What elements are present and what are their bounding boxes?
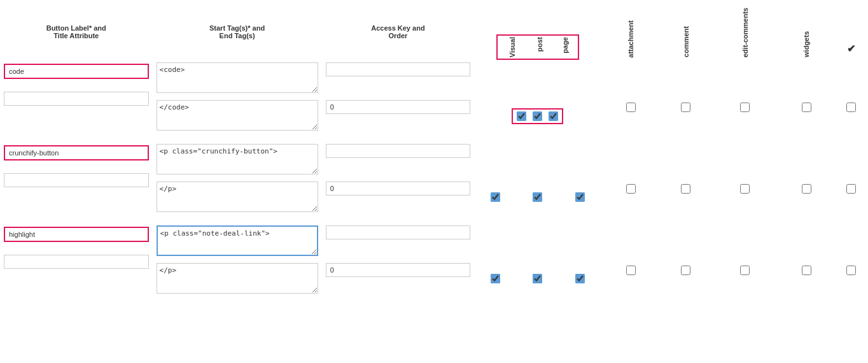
- attachment-checkbox-highlight[interactable]: [626, 266, 636, 275]
- end-tag-code[interactable]: </code>: [157, 100, 318, 131]
- col-widgets-header: widgets: [779, 6, 834, 60]
- end-tag-crunchify[interactable]: </p>: [157, 182, 318, 212]
- title-input-code[interactable]: [4, 92, 149, 106]
- start-tag-crunchify[interactable]: <p class="crunchify-button">: [157, 144, 318, 174]
- table-row: <code>: [0, 60, 868, 97]
- label-input-crunchify[interactable]: [4, 145, 149, 160]
- page-checkbox-highlight[interactable]: [575, 274, 585, 283]
- col-visual-post-page-group: Visual post page: [474, 6, 601, 60]
- col-post-header: post: [536, 37, 543, 52]
- comment-checkbox-highlight[interactable]: [681, 266, 690, 275]
- page-checkbox-code[interactable]: [549, 111, 558, 121]
- col-checkmark-header: ✔: [834, 6, 868, 60]
- col-tags-header: Start Tag(s)* and End Tag(s): [153, 6, 322, 60]
- post-checkbox-highlight[interactable]: [533, 274, 542, 283]
- start-tag-code[interactable]: <code>: [157, 62, 318, 93]
- order-highlight[interactable]: [326, 263, 471, 277]
- col-page-header: page: [561, 37, 569, 53]
- col-comment-header: comment: [661, 6, 711, 60]
- table-row: <p class="note-deal-link">: [0, 223, 868, 260]
- check-checkbox-highlight[interactable]: [846, 266, 856, 275]
- visual-checkbox-crunchify[interactable]: [491, 192, 500, 202]
- label-input-code[interactable]: [4, 64, 149, 79]
- col-visual-header: Visual: [508, 37, 516, 57]
- access-key-crunchify[interactable]: [326, 144, 471, 158]
- comment-checkbox-crunchify[interactable]: [681, 184, 690, 194]
- order-crunchify[interactable]: [326, 182, 471, 196]
- check-checkbox-code[interactable]: [846, 103, 856, 112]
- widgets-checkbox-code[interactable]: [802, 103, 811, 112]
- edit-checkbox-crunchify[interactable]: [740, 184, 750, 194]
- edit-checkbox-highlight[interactable]: [740, 266, 750, 275]
- title-input-highlight[interactable]: [4, 255, 149, 269]
- check-checkbox-crunchify[interactable]: [846, 184, 856, 194]
- label-input-highlight[interactable]: [4, 227, 149, 242]
- title-input-crunchify[interactable]: [4, 173, 149, 187]
- visual-checkbox-highlight[interactable]: [491, 274, 500, 283]
- page-checkbox-crunchify[interactable]: [575, 192, 585, 202]
- attachment-checkbox-code[interactable]: [626, 103, 636, 112]
- attachment-checkbox-crunchify[interactable]: [626, 184, 636, 194]
- table-row: <p class="crunchify-button">: [0, 141, 868, 179]
- edit-checkbox-code[interactable]: [740, 103, 750, 112]
- post-checkbox-crunchify[interactable]: [533, 192, 542, 202]
- widgets-checkbox-crunchify[interactable]: [802, 184, 811, 194]
- col-attachment-header: attachment: [601, 6, 661, 60]
- col-edit-header: edit-comments: [711, 6, 779, 60]
- widgets-checkbox-highlight[interactable]: [802, 266, 811, 275]
- access-key-code[interactable]: [326, 62, 471, 76]
- col-label-header: Button Label* and Title Attribute: [0, 6, 153, 60]
- visual-checkbox-code[interactable]: [517, 111, 526, 121]
- end-tag-highlight[interactable]: </p>: [157, 263, 318, 294]
- access-key-highlight[interactable]: [326, 225, 471, 239]
- comment-checkbox-code[interactable]: [681, 103, 690, 112]
- spacer-row: [0, 135, 868, 141]
- start-tag-highlight[interactable]: <p class="note-deal-link">: [157, 225, 318, 256]
- post-checkbox-code[interactable]: [533, 111, 542, 121]
- spacer-row: [0, 217, 868, 223]
- order-code[interactable]: [326, 100, 471, 114]
- col-access-header: Access Key and Order: [322, 6, 475, 60]
